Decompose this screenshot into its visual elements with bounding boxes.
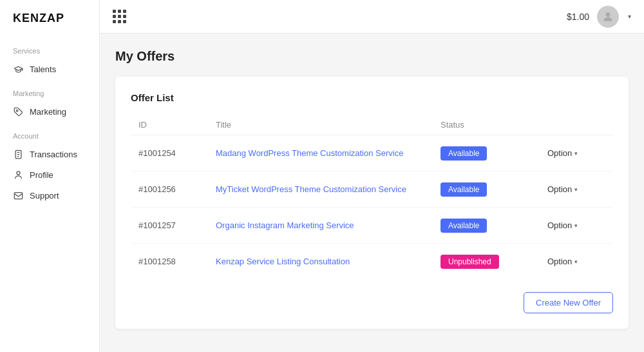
status-badge: Available bbox=[440, 182, 487, 197]
svg-rect-6 bbox=[14, 192, 23, 199]
table-row: #1001257 Organic Instagram Marketing Ser… bbox=[131, 208, 613, 244]
offer-title-link[interactable]: Organic Instagram Marketing Service bbox=[216, 220, 354, 230]
offer-title-link[interactable]: MyTicket WordPress Theme Customization S… bbox=[216, 184, 406, 194]
option-button[interactable]: Option ▾ bbox=[544, 182, 582, 197]
sidebar-support-label: Support bbox=[30, 191, 59, 200]
table-row: #1001256 MyTicket WordPress Theme Custom… bbox=[131, 171, 613, 208]
sidebar: KENZAP Services Talents Marketing Market… bbox=[0, 0, 100, 352]
create-new-offer-button[interactable]: Create New Offer bbox=[524, 292, 613, 313]
avatar-chevron-icon: ▾ bbox=[628, 13, 631, 20]
option-label: Option bbox=[547, 257, 572, 266]
svg-point-0 bbox=[16, 110, 18, 112]
option-chevron-icon: ▾ bbox=[574, 259, 578, 265]
page-title: My Offers bbox=[115, 49, 629, 64]
sidebar-talents-label: Talents bbox=[30, 64, 56, 74]
status-badge: Available bbox=[440, 219, 487, 233]
option-chevron-icon: ▾ bbox=[574, 186, 578, 193]
offer-id: #1001258 bbox=[131, 244, 208, 280]
option-chevron-icon: ▾ bbox=[574, 222, 578, 229]
option-label: Option bbox=[547, 184, 572, 194]
balance-display: $1.00 bbox=[567, 12, 589, 22]
sidebar-section-services: Services bbox=[0, 37, 99, 59]
table-row: #1001258 Kenzap Service Listing Consulta… bbox=[131, 244, 613, 280]
status-badge: Available bbox=[440, 146, 487, 161]
sidebar-item-marketing[interactable]: Marketing bbox=[0, 101, 99, 122]
doc-icon bbox=[13, 149, 23, 159]
offer-id: #1001257 bbox=[131, 208, 208, 244]
sidebar-section-account: Account bbox=[0, 122, 99, 144]
option-button[interactable]: Option ▾ bbox=[544, 146, 582, 161]
content-area: $1.00 ▾ My Offers Offer List ID Title St… bbox=[100, 0, 644, 352]
create-btn-row: Create New Offer bbox=[131, 292, 613, 313]
sidebar-marketing-label: Marketing bbox=[30, 107, 66, 117]
option-button[interactable]: Option ▾ bbox=[544, 254, 582, 269]
offers-table: ID Title Status #1001254 Madang WordPres… bbox=[131, 115, 613, 279]
topbar: $1.00 ▾ bbox=[100, 0, 644, 34]
option-label: Option bbox=[547, 220, 572, 230]
sidebar-transactions-label: Transactions bbox=[30, 150, 77, 159]
col-header-title: Title bbox=[208, 115, 433, 135]
sidebar-section-marketing: Marketing bbox=[0, 79, 99, 101]
person-icon bbox=[13, 170, 23, 180]
avatar[interactable] bbox=[597, 6, 619, 28]
col-header-id: ID bbox=[131, 115, 208, 135]
svg-point-5 bbox=[17, 171, 20, 174]
offer-title-link[interactable]: Madang WordPress Theme Customization Ser… bbox=[216, 148, 403, 158]
offer-title-link[interactable]: Kenzap Service Listing Consultation bbox=[216, 257, 350, 266]
brand-logo: KENZAP bbox=[0, 0, 99, 37]
grid-menu-icon[interactable] bbox=[113, 10, 126, 23]
sidebar-item-support[interactable]: Support bbox=[0, 185, 99, 206]
offers-card: Offer List ID Title Status #1001254 Mada… bbox=[115, 77, 629, 329]
main-content: My Offers Offer List ID Title Status #10… bbox=[100, 34, 644, 352]
offer-id: #1001256 bbox=[131, 171, 208, 208]
topbar-right: $1.00 ▾ bbox=[567, 6, 631, 28]
envelope-icon bbox=[13, 190, 23, 200]
offer-id: #1001254 bbox=[131, 135, 208, 171]
status-badge: Unpublished bbox=[440, 255, 499, 269]
table-row: #1001254 Madang WordPress Theme Customiz… bbox=[131, 135, 613, 171]
sidebar-item-profile[interactable]: Profile bbox=[0, 164, 99, 185]
col-header-option bbox=[536, 115, 613, 135]
option-chevron-icon: ▾ bbox=[574, 150, 578, 157]
card-title: Offer List bbox=[131, 92, 613, 103]
col-header-status: Status bbox=[433, 115, 536, 135]
sidebar-profile-label: Profile bbox=[30, 170, 53, 180]
graduation-icon bbox=[13, 64, 23, 74]
sidebar-item-talents[interactable]: Talents bbox=[0, 59, 99, 79]
tag-icon bbox=[13, 106, 23, 117]
svg-point-7 bbox=[606, 12, 611, 17]
option-label: Option bbox=[547, 148, 572, 158]
sidebar-item-transactions[interactable]: Transactions bbox=[0, 144, 99, 164]
option-button[interactable]: Option ▾ bbox=[544, 218, 582, 233]
